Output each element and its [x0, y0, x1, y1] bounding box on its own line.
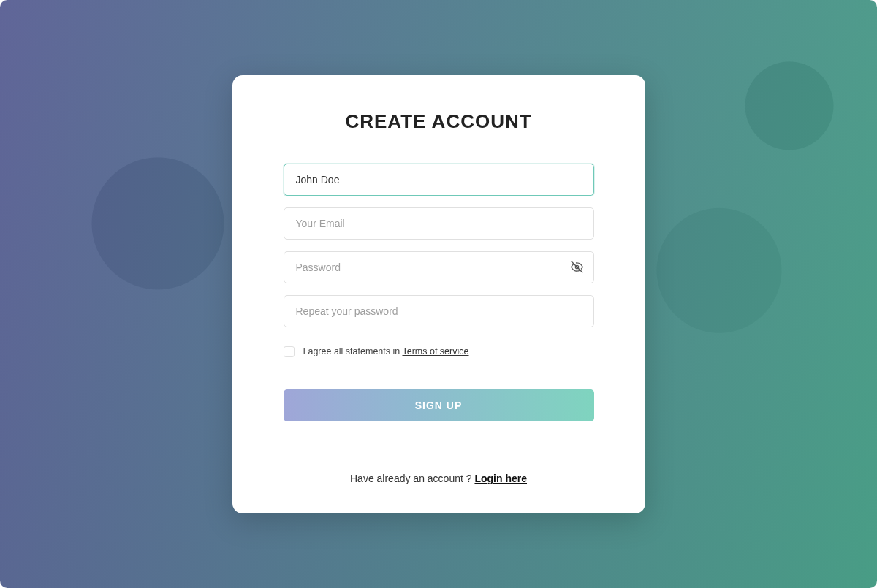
terms-text: I agree all statements in Terms of servi… — [303, 346, 469, 356]
terms-prefix: I agree all statements in — [303, 346, 403, 356]
terms-checkbox[interactable] — [284, 346, 295, 357]
signup-card: CREATE ACCOUNT I agree a — [232, 75, 645, 513]
repeat-password-field-wrapper — [284, 295, 594, 327]
eye-off-icon[interactable] — [571, 261, 584, 274]
name-input[interactable] — [284, 164, 594, 196]
page-title: CREATE ACCOUNT — [284, 110, 594, 133]
repeat-password-input[interactable] — [284, 295, 594, 327]
terms-link[interactable]: Terms of service — [402, 346, 468, 356]
login-row: Have already an account ? Login here — [284, 473, 594, 484]
email-field-wrapper — [284, 207, 594, 240]
name-field-wrapper — [284, 164, 594, 196]
login-link[interactable]: Login here — [474, 473, 527, 484]
password-field-wrapper — [284, 251, 594, 283]
page-background: CREATE ACCOUNT I agree a — [0, 0, 877, 588]
terms-row: I agree all statements in Terms of servi… — [284, 346, 594, 357]
signup-button[interactable]: SIGN UP — [284, 389, 594, 421]
password-input[interactable] — [284, 251, 594, 283]
email-input[interactable] — [284, 207, 594, 240]
login-prefix: Have already an account ? — [350, 473, 474, 484]
